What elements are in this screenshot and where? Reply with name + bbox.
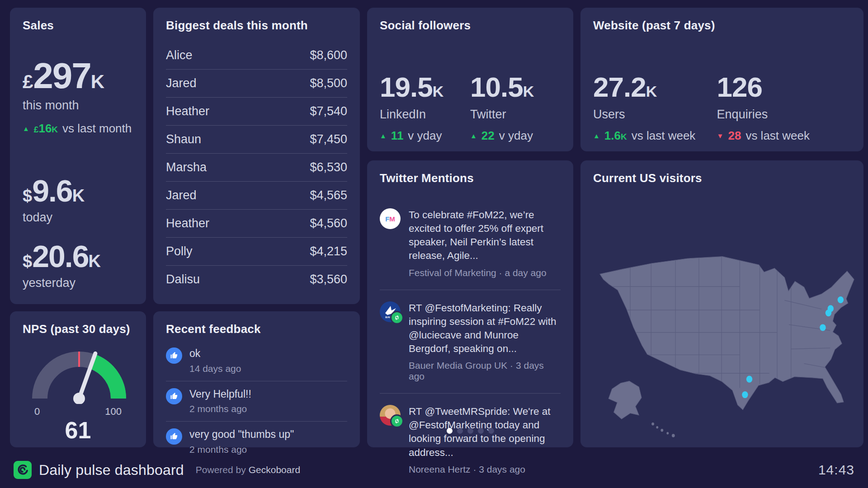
thumbs-up-icon	[166, 388, 182, 404]
deal-name: Jared	[166, 76, 197, 90]
social-card-title: Social followers	[380, 19, 561, 33]
list-item: Very Helpful!! 2 months ago	[166, 381, 347, 422]
deal-amount: $8,500	[310, 76, 347, 90]
deal-name: Heather	[166, 216, 209, 230]
table-row: Marsha$6,530	[166, 154, 347, 182]
avatar: BAUER	[380, 301, 401, 322]
sales-month-label: this month	[23, 99, 133, 113]
sales-delta-text: vs last month	[62, 122, 132, 136]
deal-name: Dalisu	[166, 272, 200, 286]
tweet-text: RT @FestofMarketing: Really inspiring se…	[409, 301, 561, 356]
enquiries-delta: ▼ 28 vs last week	[717, 129, 841, 143]
twitter-label: Twitter	[470, 108, 561, 122]
clock: 14:43	[818, 462, 854, 478]
footer-bar: Daily pulse dashboard Powered byGeckoboa…	[0, 455, 868, 484]
carousel-pagination-dots[interactable]	[367, 427, 573, 436]
deals-card-title: Biggest deals this month	[166, 19, 347, 33]
up-arrow-icon: ▲	[593, 132, 600, 139]
sales-today-label: today	[23, 211, 133, 225]
table-row: Jared$8,500	[166, 70, 347, 98]
currency-symbol: £	[23, 71, 33, 92]
gauge-max-label: 100	[105, 406, 122, 418]
deal-name: Marsha	[166, 160, 207, 174]
deal-amount: $4,215	[310, 244, 347, 258]
sales-card: Sales £297K this month ▲ £16K vs last mo…	[10, 8, 146, 304]
visitor-dot	[826, 310, 831, 316]
linkedin-delta: ▲ 11 v yday	[380, 129, 470, 143]
down-arrow-icon: ▼	[717, 132, 724, 139]
up-arrow-icon: ▲	[380, 132, 387, 139]
feedback-text: ok	[189, 347, 241, 360]
up-arrow-icon: ▲	[470, 132, 477, 139]
deal-amount: $3,560	[310, 272, 347, 286]
sales-delta-value: £16K	[34, 122, 58, 136]
currency-symbol: $	[23, 252, 32, 271]
carousel-dot[interactable]	[447, 428, 453, 434]
tweet-item[interactable]: BAUER RT @FestofMarketing: Really inspir…	[380, 290, 561, 394]
carousel-dot[interactable]	[478, 428, 484, 434]
sales-card-title: Sales	[23, 19, 133, 33]
linkedin-label: LinkedIn	[380, 108, 470, 122]
deal-amount: $7,540	[310, 104, 347, 118]
deal-name: Alice	[166, 48, 193, 62]
deal-name: Jared	[166, 188, 197, 202]
feedback-card-title: Recent feedback	[166, 322, 347, 336]
deal-name: Shaun	[166, 132, 201, 146]
carousel-dot[interactable]	[488, 428, 494, 434]
sales-month-delta: ▲ £16K vs last month	[23, 122, 133, 136]
table-row: Jared$4,565	[166, 182, 347, 210]
deal-list: Alice$8,600 Jared$8,500 Heather$7,540 Sh…	[166, 42, 347, 293]
up-arrow-icon: ▲	[23, 125, 29, 132]
recent-feedback-card: Recent feedback ok 14 days ago Very Help…	[153, 311, 360, 447]
deal-amount: $7,450	[310, 132, 347, 146]
geckoboard-logo-icon	[14, 461, 32, 479]
feedback-text: very good "thumbs up"	[189, 428, 294, 441]
website-card: Website (past 7 days) 27.2K Users ▲ 1.6K…	[580, 8, 863, 151]
twitter-metric: 10.5K Twitter ▲ 22 v yday	[470, 73, 561, 143]
tweet-list: FM To celebrate #FoM22, we’re excited to…	[380, 197, 561, 486]
nps-card: NPS (past 30 days) 0 100 61	[10, 311, 146, 447]
us-map	[587, 227, 856, 441]
deal-amount: $4,565	[310, 188, 347, 202]
feedback-time: 14 days ago	[189, 363, 241, 374]
nps-value: 61	[23, 418, 133, 442]
carousel-dot[interactable]	[467, 428, 473, 434]
visitor-dot	[820, 324, 826, 331]
visitor-dot	[838, 296, 844, 303]
avatar	[380, 405, 401, 426]
deal-name: Heather	[166, 104, 209, 118]
carousel-dot[interactable]	[457, 428, 463, 434]
users-metric: 27.2K Users ▲ 1.6K vs last week	[593, 73, 717, 143]
retweet-icon	[390, 311, 404, 324]
geckoboard-brand: Geckoboard	[249, 465, 300, 475]
feedback-text: Very Helpful!!	[189, 388, 251, 401]
deal-amount: $8,600	[310, 48, 347, 62]
deal-amount: $6,530	[310, 160, 347, 174]
visitor-dot	[746, 376, 752, 383]
tweet-meta: Festival of Marketing · a day ago	[409, 267, 561, 278]
table-row: Polly$4,215	[166, 238, 347, 266]
retweet-icon	[390, 414, 404, 428]
sales-month-value: £297K	[23, 58, 133, 94]
feedback-list: ok 14 days ago Very Helpful!! 2 months a…	[166, 341, 347, 462]
dashboard: Sales £297K this month ▲ £16K vs last mo…	[0, 0, 868, 488]
alaska-shape	[609, 381, 642, 419]
table-row: Alice$8,600	[166, 42, 347, 70]
social-followers-card: Social followers 19.5K LinkedIn ▲ 11 v y…	[367, 8, 573, 151]
tweet-meta: Bauer Media Group UK · 3 days ago	[409, 360, 561, 382]
feedback-time: 2 months ago	[189, 444, 294, 455]
table-row: Heather$4,560	[166, 210, 347, 238]
visitor-dot	[742, 391, 748, 398]
gauge-min-label: 0	[34, 406, 40, 418]
festival-of-marketing-logo-icon: FM	[380, 208, 401, 229]
tweet-item[interactable]: FM To celebrate #FoM22, we’re excited to…	[380, 197, 561, 290]
twitter-mentions-title: Twitter Mentions	[380, 171, 561, 185]
users-label: Users	[593, 108, 717, 122]
sales-today-value: $9.6K	[23, 175, 133, 206]
nps-gauge	[23, 343, 133, 406]
table-row: Heather$7,540	[166, 98, 347, 126]
biggest-deals-card: Biggest deals this month Alice$8,600 Jar…	[153, 8, 360, 304]
dashboard-title: Daily pulse dashboard	[39, 462, 184, 479]
sales-yesterday-label: yesterday	[23, 276, 133, 290]
tweet-text: To celebrate #FoM22, we’re excited to of…	[409, 208, 561, 263]
